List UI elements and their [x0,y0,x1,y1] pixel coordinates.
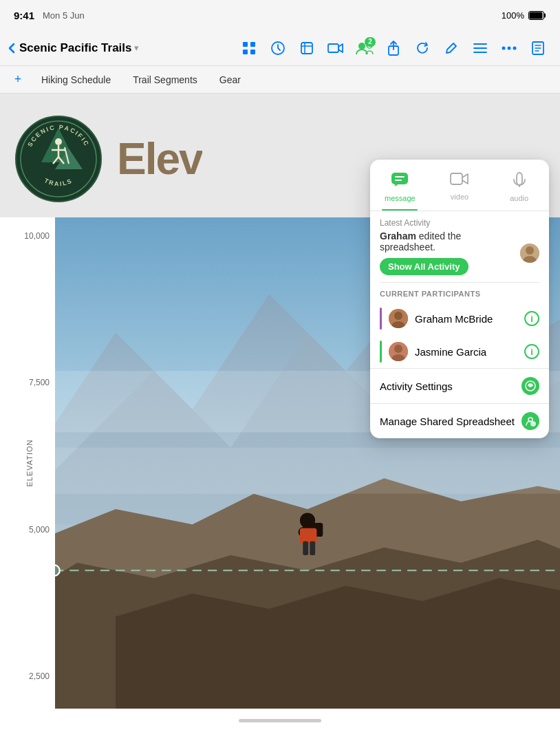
status-time: 9:41 [14,10,34,21]
status-bar: 9:41 Mon 5 Jun 100% [0,0,560,30]
logo-badge: SCENIC PACIFIC [14,114,103,204]
y-axis-title: ELEVATION [25,439,34,486]
back-button[interactable] [8,43,15,54]
popover: message video [370,160,549,438]
svg-point-15 [513,46,517,50]
tab-bar: + Hiking Schedule Trail Segments Gear [0,66,560,94]
svg-rect-43 [55,448,560,494]
refresh-icon-btn[interactable] [409,34,436,62]
jasmine-indicator [380,341,382,363]
manage-spreadsheet-label: Manage Shared Spreadsheet [380,416,521,427]
svg-rect-2 [529,12,542,19]
manage-spreadsheet-icon [521,412,539,430]
activity-avatar [520,244,539,263]
svg-point-60 [529,385,532,387]
activity-text: Graham edited the spreadsheet. [380,230,515,252]
message-icon [391,172,409,191]
nav-title: Scenic Pacific Trails [19,41,131,55]
participants-icon-btn[interactable]: 2 [351,34,378,62]
latest-activity-section: Latest Activity Graham edited the spread… [370,211,549,282]
tab-audio[interactable]: audio [489,168,549,211]
nav-toolbar: 2 [235,34,552,62]
activity-settings-row[interactable]: Activity Settings [370,368,549,403]
nav-title-area: Scenic Pacific Trails ▾ [19,41,139,55]
jasmine-info-button[interactable]: i [524,344,539,359]
jasmine-avatar [389,342,408,361]
tab-trail-segments[interactable]: Trail Segments [125,72,206,88]
svg-point-14 [508,46,511,50]
markup-icon-btn[interactable] [438,34,465,62]
nav-chevron-icon[interactable]: ▾ [134,43,139,53]
svg-point-54 [394,312,402,320]
activity-settings-label: Activity Settings [380,380,521,392]
popover-tabs: message video [370,160,549,211]
graham-avatar [389,309,408,328]
svg-rect-9 [328,44,338,52]
tab-video[interactable]: video [430,168,490,211]
battery-icon [528,11,546,20]
y-value-7500: 7,500 [6,378,50,387]
svg-rect-5 [243,50,248,54]
camera-icon-btn[interactable] [322,34,349,62]
svg-point-13 [502,46,506,50]
battery-label: 100% [502,10,524,21]
main-content: SCENIC PACIFIC [0,94,560,709]
svg-rect-40 [303,541,308,555]
latest-activity-header: Latest Activity [380,218,539,228]
tab-message[interactable]: message [370,168,430,211]
svg-marker-46 [497,160,510,160]
y-value-10000: 10,000 [6,231,50,241]
activity-settings-icon [521,377,539,395]
graham-name: Graham McBride [415,313,517,325]
participants-header: CURRENT PARTICIPANTS [370,283,549,302]
graham-indicator [380,308,382,330]
svg-point-23 [55,138,62,145]
svg-rect-41 [310,541,315,555]
more-dots-icon-btn[interactable] [495,34,523,62]
doc-title: Elev [117,133,202,184]
svg-point-51 [526,246,534,255]
svg-rect-8 [301,43,312,54]
video-icon [450,172,469,190]
status-date: Mon 5 Jun [43,10,85,21]
clock-icon-btn[interactable] [264,34,292,62]
svg-rect-48 [451,173,462,184]
jasmine-name: Jasmine Garcia [415,346,517,358]
participant-row-jasmine[interactable]: Jasmine Garcia i [370,335,549,368]
participants-badge: 2 [365,37,376,47]
tab-hiking-schedule[interactable]: Hiking Schedule [33,72,119,88]
participant-row-graham[interactable]: Graham McBride i [370,302,549,335]
status-right: 100% [502,10,546,21]
nav-bar: Scenic Pacific Trails ▾ [0,30,560,66]
svg-rect-4 [250,42,255,47]
svg-rect-47 [391,173,408,184]
chart-y-axis: ELEVATION 10,000 7,500 5,000 2,500 [0,217,55,709]
svg-rect-6 [250,50,255,54]
audio-icon [512,172,527,191]
tab-audio-label: audio [510,194,528,202]
tab-video-label: video [451,193,469,201]
manage-spreadsheet-row[interactable]: Manage Shared Spreadsheet [370,403,549,438]
box-icon-btn[interactable] [293,34,321,62]
activity-user: Graham [380,230,416,241]
svg-marker-35 [116,578,560,709]
home-indicator [239,719,321,722]
menu-icon-btn[interactable] [466,34,494,62]
svg-point-57 [394,345,402,353]
tab-gear[interactable]: Gear [211,72,249,88]
svg-rect-39 [300,528,317,543]
svg-rect-1 [543,13,546,17]
show-all-activity-button[interactable]: Show All Activity [380,258,469,275]
note-icon-btn[interactable] [524,34,552,62]
svg-point-45 [55,565,60,576]
graham-info-button[interactable]: i [524,311,539,326]
home-bar [0,709,560,732]
tab-message-label: message [385,194,416,202]
svg-rect-3 [243,42,248,47]
share-icon-btn[interactable] [380,34,407,62]
y-value-5000: 5,000 [6,525,50,535]
y-value-2500: 2,500 [6,671,50,681]
add-tab-button[interactable]: + [8,70,28,89]
grid-icon-btn[interactable] [235,34,263,62]
